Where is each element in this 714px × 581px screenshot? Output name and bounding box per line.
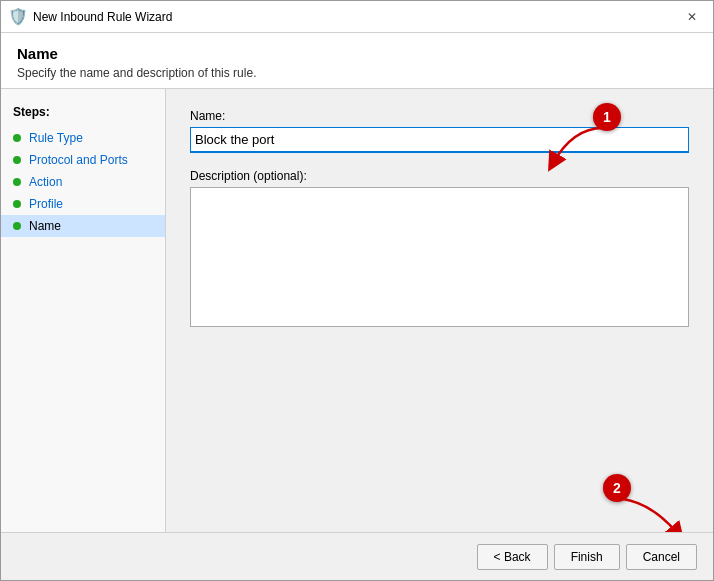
step-dot (13, 200, 21, 208)
sidebar-item-label: Action (29, 175, 62, 189)
sidebar-item-label: Protocol and Ports (29, 153, 128, 167)
header-section: Name Specify the name and description of… (1, 33, 713, 89)
steps-label: Steps: (1, 101, 165, 127)
step-dot (13, 134, 21, 142)
sidebar: Steps: Rule Type Protocol and Ports Acti… (1, 89, 166, 532)
sidebar-item-label: Name (29, 219, 61, 233)
page-title: Name (17, 45, 697, 62)
main-panel-wrapper: Name: Description (optional): 1 (166, 89, 713, 532)
content-area: Steps: Rule Type Protocol and Ports Acti… (1, 89, 713, 532)
annotation-2: 2 (603, 474, 631, 502)
cancel-button[interactable]: Cancel (626, 544, 697, 570)
sidebar-item-rule-type[interactable]: Rule Type (1, 127, 165, 149)
description-form-group: Description (optional): (190, 169, 689, 330)
page-subtitle: Specify the name and description of this… (17, 66, 697, 80)
name-input[interactable] (190, 127, 689, 153)
sidebar-item-name[interactable]: Name (1, 215, 165, 237)
window-title: New Inbound Rule Wizard (33, 10, 679, 24)
bottom-bar: < Back Finish Cancel (1, 532, 713, 580)
step-dot (13, 178, 21, 186)
finish-button[interactable]: Finish (554, 544, 620, 570)
title-bar: 🛡️ New Inbound Rule Wizard ✕ (1, 1, 713, 33)
description-textarea[interactable] (190, 187, 689, 327)
close-button[interactable]: ✕ (679, 7, 705, 27)
description-label: Description (optional): (190, 169, 689, 183)
annotation-1: 1 (593, 103, 621, 131)
window-icon: 🛡️ (9, 8, 27, 26)
main-window: 🛡️ New Inbound Rule Wizard ✕ Name Specif… (0, 0, 714, 581)
step-dot (13, 156, 21, 164)
sidebar-item-label: Rule Type (29, 131, 83, 145)
step-dot (13, 222, 21, 230)
sidebar-item-action[interactable]: Action (1, 171, 165, 193)
main-panel: Name: Description (optional): (166, 89, 713, 366)
sidebar-item-protocol-ports[interactable]: Protocol and Ports (1, 149, 165, 171)
annotation-2-arrow (613, 494, 693, 532)
back-button[interactable]: < Back (477, 544, 548, 570)
sidebar-item-profile[interactable]: Profile (1, 193, 165, 215)
sidebar-item-label: Profile (29, 197, 63, 211)
